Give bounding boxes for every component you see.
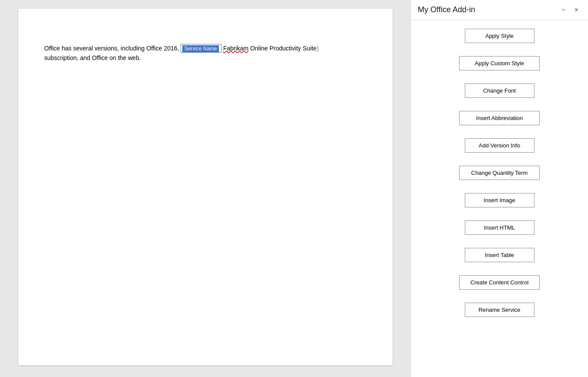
create-content-control-button[interactable]: Create Content Control: [459, 275, 540, 290]
apply-custom-style-button[interactable]: Apply Custom Style: [459, 56, 540, 70]
insert-abbreviation-button[interactable]: Insert Abbreviation: [459, 111, 540, 125]
sidebar-header: My Office Add-in − ×: [411, 0, 588, 20]
document-page: Office has several versions, including O…: [18, 9, 393, 365]
change-quantity-term-button[interactable]: Change Quantity Term: [459, 166, 540, 180]
add-version-info-button[interactable]: Add Version Info: [465, 138, 534, 153]
document-text: Office has several versions, including O…: [44, 43, 366, 63]
content-control-tag: Service Name: [182, 45, 218, 52]
spell-error-word: Fabrikam: [223, 45, 249, 52]
close-button[interactable]: ×: [572, 6, 581, 14]
text-after: subscription, and Office on the web.: [44, 54, 141, 61]
insert-table-button[interactable]: Insert Table: [465, 248, 534, 262]
sidebar-controls: − ×: [559, 6, 581, 14]
content-control[interactable]: Service Name: [181, 44, 221, 53]
bracket-close: ): [316, 45, 319, 52]
insert-html-button[interactable]: Insert HTML: [465, 220, 534, 235]
minimize-button[interactable]: −: [559, 6, 568, 14]
insert-image-button[interactable]: Insert Image: [465, 193, 534, 207]
sidebar-title: My Office Add-in: [418, 5, 475, 14]
text-before: Office has several versions, including O…: [44, 45, 181, 52]
change-font-button[interactable]: Change Font: [465, 83, 534, 98]
rename-service-button[interactable]: Rename Service: [465, 303, 534, 317]
document-area: Office has several versions, including O…: [0, 0, 410, 377]
sidebar-panel: My Office Add-in − × Apply StyleApply Cu…: [410, 0, 588, 377]
sidebar-content[interactable]: Apply StyleApply Custom StyleChange Font…: [411, 20, 588, 377]
apply-style-button[interactable]: Apply Style: [465, 29, 534, 43]
